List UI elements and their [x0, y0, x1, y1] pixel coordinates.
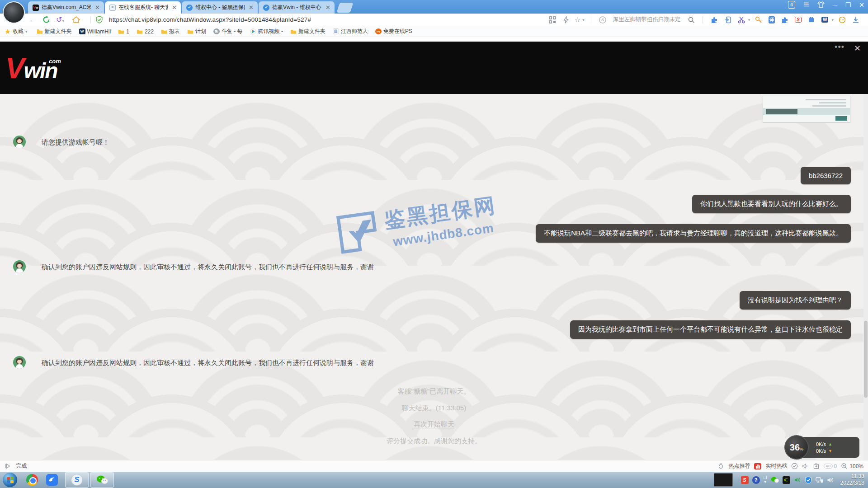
download-icon[interactable]: [852, 16, 859, 23]
flash-icon[interactable]: [562, 16, 570, 23]
wechat-icon: [96, 475, 108, 485]
bookmark-item[interactable]: 新建文件夹: [37, 28, 72, 35]
extension-puzzle-icon[interactable]: [711, 16, 718, 23]
browser-profile-avatar[interactable]: [3, 1, 25, 23]
collection-windows-icon[interactable]: [808, 16, 815, 23]
star-dropdown-icon[interactable]: ▾: [582, 18, 585, 22]
more-circle-icon[interactable]: [839, 16, 846, 23]
restart-chat-label[interactable]: 再次开始聊天: [414, 420, 454, 428]
thumb-block: [766, 109, 797, 114]
tab-close-icon[interactable]: ✕: [170, 4, 178, 11]
green-audio-tray-icon[interactable]: [794, 476, 801, 483]
folder-icon: [187, 28, 193, 34]
chat-area: 鉴黑担保网 www.jhdb8.com 请您提供游戏帐号喔！ 确认到您的账户因违…: [0, 94, 868, 460]
tray-expand-icon[interactable]: ❐▾: [764, 476, 767, 484]
nvidia-tray-icon[interactable]: [783, 476, 790, 484]
home-icon[interactable]: [72, 16, 80, 23]
taskbar-clock[interactable]: 11:33 2022/3/18: [840, 473, 866, 487]
screenshot-scissors-icon[interactable]: [738, 16, 745, 23]
toolbar-right-cluster: ☆ ▾ S 库里左脚韧带扭伤归期未定 ▾ 译 S W ▾: [546, 16, 868, 24]
window-controls: 4 ☰ ─ ❐ ✕: [788, 1, 864, 9]
https-shield-icon[interactable]: [95, 16, 103, 23]
search-magnifier-icon[interactable]: [688, 16, 695, 23]
thumb-line: [812, 105, 846, 107]
tab-count-badge[interactable]: 4: [788, 1, 795, 9]
bookmark-item[interactable]: 鱼斗鱼 - 每: [213, 28, 243, 35]
restore-button[interactable]: ❐: [845, 2, 851, 8]
tab-chat-window[interactable]: ≡ 在线客服系统- 聊天窗口 ✕: [105, 1, 181, 14]
tab-weiquan[interactable]: ✔ 维权中心 - 鉴黑担保网 ✕: [182, 1, 258, 14]
bookmark-item[interactable]: 目江西师范大: [333, 28, 368, 35]
favorites-menu[interactable]: 收藏 ▾: [5, 28, 29, 35]
word-doc-icon[interactable]: W: [821, 17, 828, 23]
minimize-button[interactable]: ─: [833, 2, 837, 8]
bookmark-item[interactable]: 1: [118, 28, 129, 35]
bookmark-item[interactable]: Ps免费在线PS: [375, 28, 412, 35]
bookmark-label: 免费在线PS: [383, 28, 412, 35]
bookmark-item[interactable]: 计划: [187, 28, 206, 35]
close-button[interactable]: ✕: [859, 2, 864, 8]
restart-chat-link[interactable]: 再次开始聊天: [0, 420, 868, 429]
qq-guard-shield-icon[interactable]: [805, 476, 812, 484]
key-icon[interactable]: [755, 16, 762, 23]
zoom-control[interactable]: 100%: [841, 463, 863, 469]
agent-message-text: 确认到您的账户因违反网站规则，因此审核不通过，将永久关闭此账号，我们也不再进行任…: [42, 356, 374, 367]
bookmark-label: 222: [145, 28, 154, 35]
upload-speed-row: 0K/s▲: [816, 441, 859, 447]
header-close-icon[interactable]: ✕: [854, 43, 861, 53]
bookmark-item[interactable]: 腾讯视频 -: [250, 28, 283, 35]
mute-speaker-icon[interactable]: [802, 463, 809, 469]
taskbar-wechat-button[interactable]: [90, 472, 114, 488]
tab-close-icon[interactable]: ✕: [324, 4, 332, 11]
tab-close-icon[interactable]: ✕: [94, 4, 101, 11]
sent-screenshot-thumbnail[interactable]: [763, 96, 850, 123]
box-add-icon[interactable]: [813, 463, 820, 469]
search-suggestion-text[interactable]: 库里左脚韧带扭伤归期未定: [613, 16, 681, 23]
sogou-input-icon[interactable]: S: [741, 476, 749, 484]
page-status-text: 完成: [16, 462, 27, 470]
tab-vwin-weiquan[interactable]: ✔ 德赢Vwin - 维权中心 - ✕: [259, 1, 335, 14]
favorite-star-icon[interactable]: ☆: [575, 16, 580, 24]
safety-check-icon[interactable]: [791, 463, 798, 469]
browser-status-bar: 完成 热点推荐 实时热榜 AD 0 100%: [0, 460, 868, 472]
scrollbar-thumb[interactable]: [864, 321, 868, 398]
start-button[interactable]: [3, 473, 17, 487]
word-dropdown-icon[interactable]: ▾: [831, 18, 834, 22]
theme-skin-icon[interactable]: [817, 1, 825, 9]
taskbar-dark-window-button[interactable]: [714, 473, 733, 487]
taskbar-chrome-icon[interactable]: [25, 473, 39, 487]
taskbar-sogou-browser-button[interactable]: S: [65, 472, 89, 488]
scissors-dropdown-icon[interactable]: ▾: [748, 18, 750, 22]
hot-recommend-link[interactable]: 热点推荐: [728, 462, 750, 470]
divider: [591, 16, 591, 23]
help-tray-icon[interactable]: ?: [752, 476, 760, 484]
translate-icon[interactable]: 译: [769, 16, 775, 23]
tab-close-icon[interactable]: ✕: [247, 4, 255, 11]
tray-wechat-icon[interactable]: [771, 476, 779, 483]
new-tab-button[interactable]: [336, 3, 353, 13]
bookmark-item[interactable]: 222: [137, 28, 154, 35]
shopping-assistant-icon[interactable]: S: [795, 17, 802, 23]
hot-rank-link[interactable]: 实时热榜: [765, 462, 787, 470]
bookmark-item[interactable]: 新建文件夹: [290, 28, 326, 35]
network-tray-icon[interactable]: [816, 477, 823, 483]
refresh-icon[interactable]: [42, 16, 50, 23]
jhdb-watermark: 鉴黑担保网 www.jhdb8.com: [333, 191, 500, 257]
qr-grid-icon[interactable]: [549, 16, 556, 23]
collect-login-icon[interactable]: [724, 16, 731, 23]
bookmark-label: 新建文件夹: [45, 28, 72, 35]
scrollbar-track[interactable]: [863, 94, 868, 460]
ad-blocker-status[interactable]: AD 0: [824, 463, 837, 469]
bookmark-item[interactable]: 报表: [161, 28, 180, 35]
back-icon[interactable]: ←: [29, 16, 36, 24]
speed-ball-circle[interactable]: 36%: [784, 435, 809, 460]
url-text[interactable]: https://chat.vip8vip.com/chatWindow.aspx…: [109, 16, 311, 23]
bookmark-item[interactable]: WWilliamHil: [79, 28, 111, 35]
tab-vwin[interactable]: Vw 德赢Vwin.com_AC米兰 ✕: [28, 1, 104, 14]
header-more-icon[interactable]: •••: [835, 42, 844, 52]
undo-icon[interactable]: ↺▾: [56, 15, 66, 24]
taskbar-thunder-icon[interactable]: [45, 473, 59, 487]
menu-icon[interactable]: ☰: [803, 2, 809, 8]
extension-puzzle-icon[interactable]: [781, 16, 788, 23]
volume-tray-icon[interactable]: [827, 477, 834, 483]
